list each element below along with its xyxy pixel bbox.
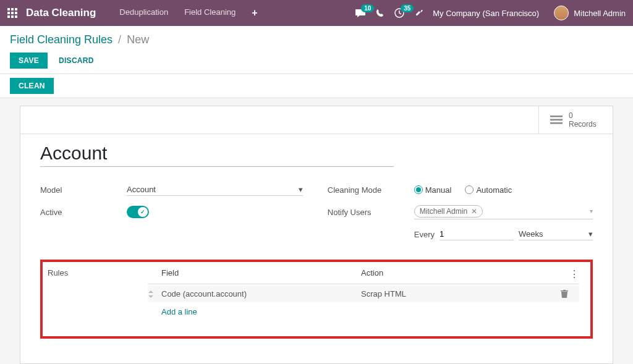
svg-rect-3 — [550, 122, 563, 124]
cleaning-mode-label: Cleaning Mode — [328, 185, 414, 195]
radio-icon — [414, 185, 423, 194]
radio-automatic[interactable]: Automatic — [465, 185, 512, 195]
company-switcher[interactable]: My Company (San Francisco) — [433, 9, 539, 18]
col-field-header[interactable]: Field — [161, 268, 361, 280]
every-unit-select[interactable]: Weeks ▾ — [519, 228, 593, 240]
drag-handle-icon[interactable] — [148, 290, 161, 298]
status-bar: CLEAN — [0, 74, 633, 98]
notify-users-field[interactable]: Mitchell Admin ✕ ▾ — [414, 205, 593, 219]
rules-label: Rules — [43, 265, 148, 318]
every-unit-value: Weeks — [519, 229, 543, 239]
chevron-down-icon: ▾ — [590, 208, 593, 214]
chevron-down-icon: ▾ — [588, 229, 593, 239]
active-toggle[interactable]: ✓ — [127, 206, 149, 218]
svg-rect-1 — [550, 116, 563, 117]
add-line-link[interactable]: Add a line — [148, 302, 579, 318]
phone-icon[interactable] — [376, 9, 384, 17]
clean-button[interactable]: CLEAN — [10, 78, 54, 94]
apps-icon[interactable] — [7, 8, 17, 18]
svg-rect-2 — [550, 119, 563, 121]
title-input[interactable] — [40, 142, 394, 167]
nav-field-cleaning[interactable]: Field Cleaning — [178, 4, 242, 22]
bars-icon — [550, 115, 563, 125]
radio-icon — [465, 185, 474, 194]
radio-manual-label: Manual — [425, 185, 452, 195]
top-navbar: Data Cleaning Deduplication Field Cleani… — [0, 0, 633, 26]
avatar — [554, 6, 569, 20]
nav-tools: 10 35 My Company (San Francisco) Mitchel… — [355, 6, 626, 20]
stat-buttons: 0 Records — [20, 106, 613, 134]
radio-manual[interactable]: Manual — [414, 185, 452, 195]
nav-plus-icon[interactable]: + — [245, 4, 263, 22]
records-label: Records — [569, 120, 597, 129]
notify-users-label: Notify Users — [328, 208, 414, 217]
row-action-cell[interactable]: Scrap HTML — [361, 289, 561, 298]
username-label: Mitchell Admin — [574, 9, 626, 18]
every-label: Every — [414, 230, 435, 239]
activities-badge: 35 — [401, 4, 414, 12]
chevron-down-icon: ▾ — [299, 185, 303, 194]
rules-section: Rules Field Action ⋮ Code (accou — [40, 260, 593, 339]
records-count: 0 — [569, 111, 597, 120]
breadcrumb-current: New — [127, 33, 149, 46]
activities-icon[interactable]: 35 — [394, 8, 404, 18]
every-input[interactable] — [440, 228, 514, 240]
save-button[interactable]: SAVE — [10, 53, 48, 69]
tools-icon[interactable] — [414, 9, 423, 17]
model-select[interactable]: Account ▾ — [127, 184, 303, 196]
messages-badge: 10 — [361, 4, 374, 12]
messages-icon[interactable]: 10 — [355, 8, 366, 18]
rules-table: Field Action ⋮ Code (account.account) Sc… — [148, 265, 590, 318]
control-panel: Field Cleaning Rules / New SAVE DISCARD — [0, 26, 633, 74]
check-icon: ✓ — [138, 207, 148, 217]
col-action-header[interactable]: Action — [361, 268, 561, 280]
breadcrumb: Field Cleaning Rules / New — [10, 33, 623, 46]
nav-deduplication[interactable]: Deduplication — [113, 4, 174, 22]
trash-icon[interactable] — [561, 290, 579, 298]
user-menu[interactable]: Mitchell Admin — [554, 6, 626, 20]
breadcrumb-parent[interactable]: Field Cleaning Rules — [10, 33, 113, 46]
brand-title[interactable]: Data Cleaning — [26, 7, 96, 19]
records-stat-button[interactable]: 0 Records — [538, 106, 613, 133]
radio-automatic-label: Automatic — [476, 185, 512, 195]
kebab-icon[interactable]: ⋮ — [561, 268, 579, 280]
table-row[interactable]: Code (account.account) Scrap HTML — [148, 286, 579, 302]
tag-label: Mitchell Admin — [420, 207, 467, 216]
model-label: Model — [40, 185, 127, 195]
form-sheet: 0 Records Model Account ▾ — [20, 106, 613, 364]
breadcrumb-sep: / — [118, 33, 121, 46]
nav-menu: Deduplication Field Cleaning + — [113, 4, 263, 22]
user-tag[interactable]: Mitchell Admin ✕ — [414, 205, 483, 218]
discard-button[interactable]: DISCARD — [50, 53, 103, 69]
active-label: Active — [40, 208, 127, 217]
model-value: Account — [127, 185, 156, 194]
row-field-cell[interactable]: Code (account.account) — [161, 289, 361, 298]
close-icon[interactable]: ✕ — [471, 207, 477, 216]
